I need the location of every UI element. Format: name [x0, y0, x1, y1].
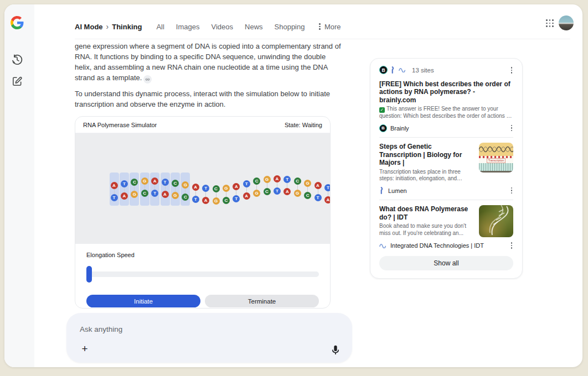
plus-icon[interactable]: +	[79, 343, 91, 355]
avatar[interactable]	[559, 15, 574, 30]
dna-base-A: A	[243, 192, 250, 200]
source-card-snippet: ✓This answer is FREE! See the answer to …	[379, 106, 513, 120]
answer-paragraph: To understand this dynamic process, inte…	[75, 88, 344, 109]
mic-icon[interactable]	[330, 344, 341, 356]
elongation-speed-label: Elongation Speed	[86, 252, 319, 258]
divider	[379, 137, 513, 138]
dna-base-C: C	[141, 190, 148, 197]
source-card-title[interactable]: Steps of Genetic Transcription | Biology…	[379, 143, 473, 167]
dna-base-G: G	[131, 191, 138, 198]
card-kebab-icon[interactable]	[510, 241, 514, 250]
screen: AI Mode › Thinking All Images Videos New…	[0, 0, 588, 376]
source-card-snippet: Transcription takes place in three steps…	[379, 169, 473, 182]
sources-panel: B 13 sites [FREE] Which best describes t…	[370, 58, 523, 279]
brainly-favicon: B	[379, 66, 388, 74]
source-card-title[interactable]: [FREE] Which best describes the order of…	[379, 80, 513, 105]
tab-more[interactable]: More	[318, 22, 341, 31]
history-icon[interactable]	[11, 54, 23, 66]
dna-base-T: T	[243, 180, 250, 187]
dna-base-G: G	[172, 192, 179, 199]
simulator-title: RNA Polymerase Simulator	[83, 122, 157, 128]
simulator-controls: Elongation Speed Initiate Terminate	[75, 244, 330, 307]
ask-input[interactable]	[80, 322, 312, 336]
base-pair-bond	[236, 190, 236, 195]
lumen-favicon	[379, 186, 385, 195]
tab-shopping[interactable]: Shopping	[275, 23, 305, 31]
dna-base-G: G	[213, 197, 220, 205]
dna-base-T: T	[233, 195, 240, 202]
dna-base-T: T	[111, 194, 118, 201]
slider-thumb[interactable]	[86, 266, 92, 283]
dna-base-C: C	[213, 185, 220, 192]
idt-favicon	[379, 243, 387, 248]
dna-base-C: C	[172, 180, 179, 187]
simulator-state: State: Waiting	[285, 122, 322, 128]
elongation-speed-slider[interactable]	[86, 266, 319, 283]
dna-base-T: T	[121, 180, 128, 187]
tab-videos[interactable]: Videos	[212, 23, 234, 31]
breadcrumb-thinking[interactable]: Thinking	[112, 23, 142, 31]
terminate-button[interactable]: Terminate	[205, 295, 319, 307]
chevron-right-icon: ›	[106, 22, 109, 31]
dna-base-T: T	[283, 176, 291, 183]
dna-strand-canvas[interactable]: ATTACGGCATTACGGCATTACGGCATTACGGCATTACGGC…	[75, 133, 330, 244]
source-attribution: Lumen	[379, 186, 513, 195]
base-pair-bond	[216, 192, 216, 197]
base-pair-bond	[287, 183, 287, 188]
dna-base-A: A	[202, 197, 209, 204]
initiate-button[interactable]: Initiate	[86, 295, 200, 307]
dna-base-A: A	[121, 192, 128, 200]
breadcrumb[interactable]: AI Mode › Thinking	[75, 22, 142, 31]
citation-link-icon[interactable]	[143, 75, 152, 83]
dna-base-T: T	[151, 190, 158, 197]
base-pair-bond	[154, 185, 155, 190]
dna-base-T: T	[202, 185, 209, 192]
transcription-diagram-thumbnail[interactable]: Transcription	[479, 143, 513, 173]
google-logo[interactable]	[11, 16, 24, 29]
source-name[interactable]: Lumen	[388, 187, 507, 194]
simulator-header: RNA Polymerase Simulator State: Waiting	[75, 117, 330, 133]
dna-base-A: A	[111, 182, 118, 189]
dna-base-A: A	[162, 191, 169, 198]
slider-track[interactable]	[86, 271, 319, 277]
dna-base-C: C	[253, 177, 260, 185]
source-name[interactable]: Brainly	[390, 125, 507, 132]
answer-paragraph: gene expression where a segment of DNA i…	[75, 41, 344, 83]
tab-all[interactable]: All	[156, 23, 164, 31]
google-apps-icon[interactable]	[546, 19, 554, 27]
dna-photo-thumbnail[interactable]	[479, 205, 513, 237]
rna-simulator-card: RNA Polymerase Simulator State: Waiting …	[75, 116, 331, 309]
tab-images[interactable]: Images	[176, 23, 200, 31]
base-pair-bond	[124, 187, 125, 192]
dna-base-T: T	[192, 196, 199, 203]
base-pair-bond	[267, 183, 267, 188]
ask-bar[interactable]: +	[66, 313, 352, 363]
sidebar	[4, 4, 34, 367]
dna-base-G: G	[264, 176, 271, 183]
source-card-title[interactable]: What does RNA Polymerase do? | IDT	[379, 205, 473, 221]
base-pair-bond	[165, 186, 166, 191]
compose-icon[interactable]	[12, 76, 23, 87]
source-attribution: Integrated DNA Technologies | IDT	[379, 241, 513, 250]
base-pair-bond	[256, 185, 257, 190]
source-name[interactable]: Integrated DNA Technologies | IDT	[390, 242, 507, 249]
base-pair-bond	[175, 187, 176, 192]
tab-news[interactable]: News	[245, 23, 263, 31]
base-pair-bond	[277, 182, 277, 187]
base-pair-bond	[185, 189, 185, 194]
panel-kebab-icon[interactable]	[510, 66, 514, 75]
dna-base-A: A	[283, 188, 291, 195]
base-pair-bond	[145, 185, 145, 190]
card-kebab-icon[interactable]	[510, 124, 514, 133]
dna-base-C: C	[304, 192, 311, 199]
brainly-favicon: B	[379, 124, 387, 132]
dna-base-A: A	[314, 182, 322, 189]
dna-base-A: A	[324, 196, 330, 203]
show-all-button[interactable]: Show all	[379, 256, 513, 270]
card-kebab-icon[interactable]	[510, 186, 514, 195]
breadcrumb-ai-mode[interactable]: AI Mode	[75, 23, 103, 31]
dna-base-A: A	[274, 175, 281, 182]
ai-answer: gene expression where a segment of DNA i…	[75, 41, 344, 109]
base-pair-bond	[307, 187, 308, 192]
source-attribution: B Brainly	[379, 124, 513, 133]
